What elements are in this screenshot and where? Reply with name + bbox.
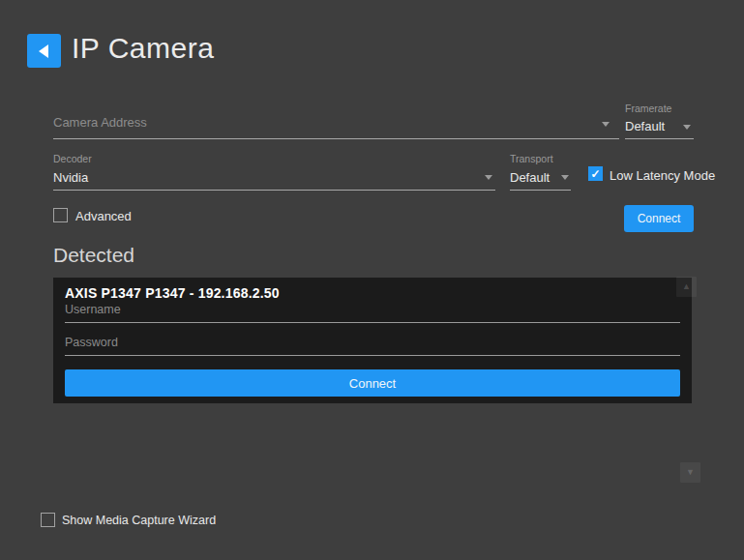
- transport-underline: [510, 190, 571, 191]
- detected-heading: Detected: [53, 244, 134, 267]
- decoder-underline: [53, 190, 495, 191]
- ip-camera-window: IP Camera Framerate Default Decoder Nvid…: [0, 0, 744, 560]
- framerate-value[interactable]: Default: [625, 119, 665, 133]
- advanced-checkbox[interactable]: [53, 208, 68, 222]
- advanced-label: Advanced: [75, 209, 132, 223]
- password-input[interactable]: [65, 336, 680, 356]
- decoder-label: Decoder: [53, 153, 92, 164]
- back-button[interactable]: [27, 34, 61, 68]
- low-latency-checkbox[interactable]: ✓: [588, 166, 603, 181]
- camera-connect-button[interactable]: Connect: [65, 369, 680, 397]
- transport-dropdown-icon[interactable]: [561, 175, 569, 180]
- chevron-down-icon: ▼: [686, 468, 695, 477]
- framerate-label: Framerate: [625, 103, 671, 114]
- checkmark-icon: ✓: [590, 168, 600, 180]
- back-arrow-icon: [39, 44, 48, 58]
- camera-address-input[interactable]: [53, 112, 590, 132]
- decoder-value[interactable]: Nvidia: [53, 170, 88, 185]
- framerate-underline: [625, 138, 694, 139]
- framerate-dropdown-icon[interactable]: [683, 125, 691, 130]
- scroll-down-button[interactable]: ▼: [680, 462, 700, 483]
- camera-address-dropdown-icon[interactable]: [602, 122, 610, 127]
- show-wizard-label: Show Media Capture Wizard: [62, 514, 216, 527]
- camera-card-title: AXIS P1347 P1347 - 192.168.2.50: [65, 285, 280, 301]
- low-latency-label: Low Latency Mode: [610, 168, 715, 183]
- page-title: IP Camera: [72, 32, 214, 65]
- transport-label: Transport: [510, 153, 553, 164]
- connect-button[interactable]: Connect: [624, 205, 694, 232]
- transport-value[interactable]: Default: [510, 170, 550, 185]
- detected-camera-card: AXIS P1347 P1347 - 192.168.2.50 Connect: [53, 278, 692, 403]
- scroll-up-button[interactable]: ▲: [676, 277, 697, 297]
- decoder-dropdown-icon[interactable]: [485, 175, 492, 180]
- username-input[interactable]: [65, 303, 680, 323]
- show-wizard-checkbox[interactable]: [41, 513, 55, 527]
- chevron-up-icon: ▲: [682, 282, 691, 291]
- camera-address-underline: [53, 138, 619, 139]
